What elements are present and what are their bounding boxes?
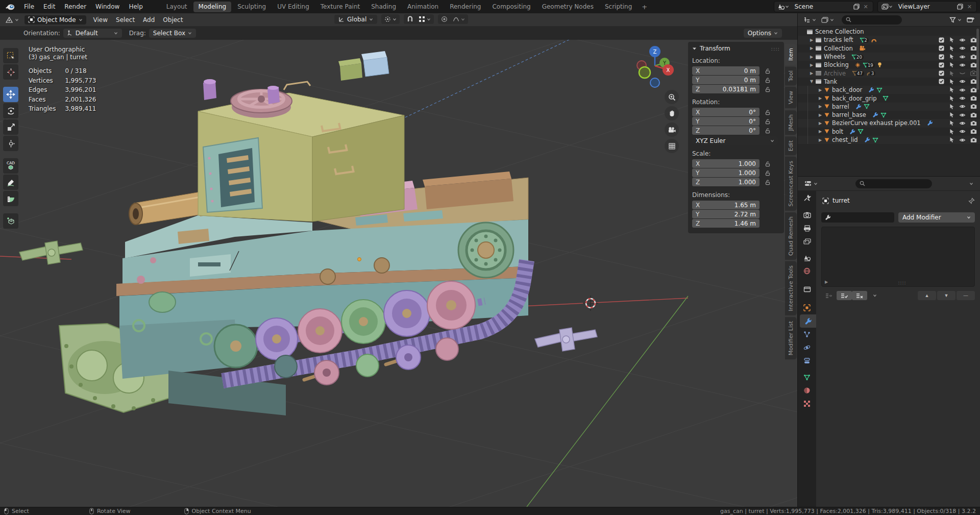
remove-viewlayer-icon[interactable]: ✕	[965, 4, 974, 10]
lock-icon[interactable]	[765, 128, 771, 134]
lock-icon[interactable]	[765, 179, 771, 185]
navigation-gizmo[interactable]: Z Y X	[631, 42, 687, 153]
list-options-dropdown[interactable]	[867, 291, 883, 300]
pan-button[interactable]	[665, 106, 679, 120]
menu-help[interactable]: Help	[124, 0, 147, 13]
tool-cursor[interactable]	[3, 64, 18, 80]
checkbox-toggle-icon[interactable]	[939, 54, 944, 60]
tool-add-cube[interactable]	[3, 213, 18, 229]
properties-tab-texture[interactable]	[798, 397, 816, 410]
menu-file[interactable]: File	[19, 0, 39, 13]
workspace-tab-modeling[interactable]: Modeling	[193, 2, 232, 12]
scene-selector[interactable]: Scene ✕	[774, 1, 873, 12]
outliner-row-archive[interactable]: ▶Archive473	[798, 69, 980, 77]
proportional-editing-toggle[interactable]	[439, 15, 450, 23]
eye-toggle-icon[interactable]	[959, 95, 966, 101]
viewlayer-icon[interactable]	[880, 2, 894, 12]
expand-arrow-icon[interactable]: ▶	[808, 46, 815, 51]
pin-icon[interactable]	[968, 198, 975, 204]
eye-toggle-icon[interactable]	[959, 137, 966, 143]
eye-toggle-icon[interactable]	[959, 37, 966, 43]
workspace-tab-layout[interactable]: Layout	[161, 2, 192, 12]
sidebar-tab-item[interactable]: Item	[785, 44, 797, 65]
lock-icon[interactable]	[765, 86, 771, 92]
transform-panel-header[interactable]: Transform ::::	[692, 45, 780, 52]
scene-icon[interactable]	[776, 2, 791, 12]
lock-icon[interactable]	[765, 109, 771, 115]
eye-toggle-icon[interactable]	[959, 104, 966, 109]
outliner-row-back-door-grip[interactable]: ▶back_door_grip	[798, 94, 980, 102]
editor-type-button[interactable]	[3, 15, 21, 24]
outliner-row-barrel-base[interactable]: ▶barrel_base	[798, 111, 980, 119]
sidebar-tab-interactive-tools[interactable]: Interactive Tools	[785, 261, 797, 315]
properties-tab-view-layer[interactable]	[798, 235, 816, 248]
outliner-scrollbar[interactable]	[976, 29, 979, 90]
rotation-z-field[interactable]: Z0°	[692, 126, 760, 135]
tool-scale[interactable]	[3, 119, 18, 135]
new-scene-icon[interactable]	[852, 2, 861, 12]
tool-cad-sketcher[interactable]: CAD	[3, 158, 18, 174]
camera-toggle-icon[interactable]	[970, 112, 977, 118]
properties-tab-collection[interactable]	[798, 283, 816, 296]
outliner-filter-display-dropdown[interactable]	[819, 16, 836, 24]
properties-tab-modifiers[interactable]	[800, 314, 816, 328]
transform-orientation-dropdown[interactable]: Global	[334, 15, 377, 24]
expand-arrow-icon[interactable]: ▶	[817, 121, 823, 126]
pointer-toggle-icon[interactable]	[949, 45, 954, 52]
options-dropdown[interactable]: Options	[744, 29, 782, 38]
active-object-name[interactable]: turret	[832, 197, 850, 204]
blender-logo[interactable]	[5, 3, 15, 11]
properties-tab-material[interactable]	[798, 384, 816, 397]
properties-tab-tool[interactable]	[798, 191, 816, 204]
modifier-search-input[interactable]	[821, 212, 894, 223]
expand-arrow-icon[interactable]: ▶	[817, 88, 823, 92]
pointer-toggle-icon[interactable]	[949, 79, 954, 85]
workspace-tab-geometry-nodes[interactable]: Geometry Nodes	[537, 2, 599, 12]
properties-tab-physics[interactable]	[798, 341, 816, 354]
eye-toggle-icon[interactable]	[959, 87, 966, 93]
snap-with-dropdown[interactable]	[416, 15, 433, 23]
scene-name[interactable]: Scene	[791, 3, 852, 10]
viewport-menu-object[interactable]: Object	[159, 16, 187, 23]
pointer-toggle-icon[interactable]	[949, 129, 954, 135]
tool-rotate[interactable]	[3, 103, 18, 118]
properties-tab-scene[interactable]	[798, 251, 816, 264]
resize-grip[interactable]: ::::	[898, 280, 906, 285]
outliner-row-tank[interactable]: ▼Tank	[798, 78, 980, 86]
dimensions-z-field[interactable]: Z1.46 m	[692, 219, 760, 228]
pointer-toggle-icon[interactable]	[949, 120, 954, 126]
outliner-row-bolt[interactable]: ▶bolt	[798, 128, 980, 136]
lock-icon[interactable]	[765, 161, 771, 167]
workspace-tab-sculpting[interactable]: Sculpting	[232, 2, 271, 12]
outliner-display-mode-dropdown[interactable]	[801, 16, 818, 24]
scale-y-field[interactable]: Y1.000	[692, 168, 760, 177]
location-y-field[interactable]: Y0 m	[692, 76, 760, 84]
eye-closed-toggle-icon[interactable]	[959, 70, 966, 76]
menu-edit[interactable]: Edit	[39, 0, 60, 13]
properties-tab-output[interactable]	[798, 222, 816, 235]
expand-arrow-icon[interactable]: ▶	[817, 113, 823, 117]
lock-icon[interactable]	[765, 118, 771, 125]
add-modifier-dropdown[interactable]: Add Modifier	[898, 212, 975, 223]
snap-toggle[interactable]	[405, 15, 415, 23]
outliner-row-tracks-left[interactable]: ▶tracks left2	[798, 36, 980, 44]
lock-icon[interactable]	[765, 77, 771, 83]
rotation-mode-dropdown[interactable]: XYZ Euler	[692, 136, 778, 145]
orthographic-toggle-button[interactable]	[665, 139, 679, 153]
viewport-menu-view[interactable]: View	[89, 16, 112, 23]
viewport-canvas[interactable]: CAD User Orthographic (3) gas_can | turr…	[0, 40, 797, 507]
camera-toggle-icon[interactable]	[970, 104, 977, 109]
workspace-tab-animation[interactable]: Animation	[402, 2, 444, 12]
viewport-menu-select[interactable]: Select	[112, 16, 139, 23]
tool-move[interactable]	[3, 87, 18, 102]
tool-annotate[interactable]	[3, 175, 18, 190]
viewlayer-selector[interactable]: ViewLayer ✕	[877, 1, 977, 12]
expand-arrow-icon[interactable]: ▶	[808, 38, 815, 42]
expand-arrow-icon[interactable]: ▶	[808, 71, 815, 76]
eye-toggle-icon[interactable]	[959, 120, 966, 126]
eye-toggle-icon[interactable]	[959, 62, 966, 68]
expand-arrow-icon[interactable]: ▶	[808, 55, 815, 59]
workspace-tab-shading[interactable]: Shading	[366, 2, 401, 12]
pointer-toggle-icon[interactable]	[949, 87, 954, 93]
pointer-dim-toggle-icon[interactable]	[949, 70, 954, 77]
